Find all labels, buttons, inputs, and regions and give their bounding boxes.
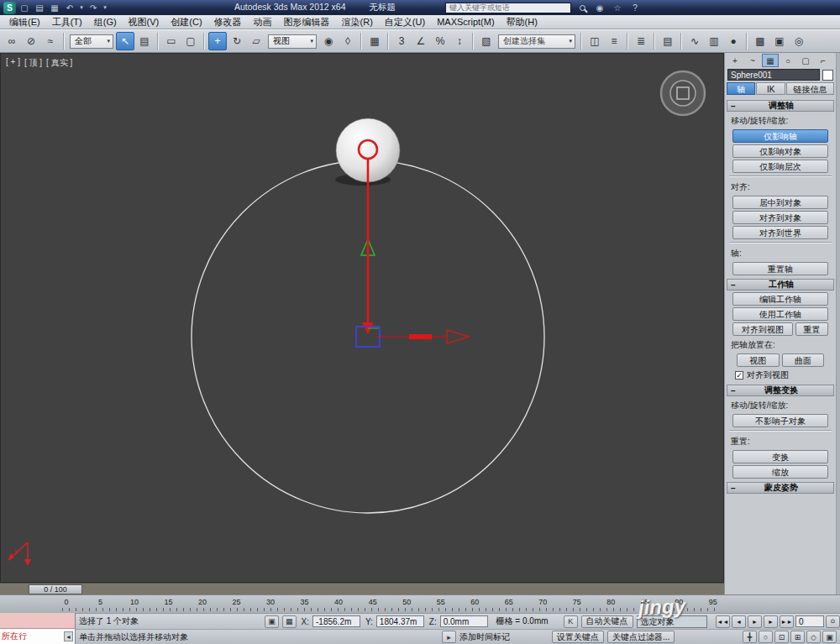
- timeline-tick[interactable]: 80: [605, 598, 617, 606]
- current-frame-field[interactable]: 0: [795, 615, 824, 627]
- time-slider-handle[interactable]: 0 / 100: [29, 584, 82, 594]
- maximize-viewport-icon[interactable]: ▣: [822, 631, 837, 643]
- add-time-tag-group[interactable]: ▸ 添加时间标记: [442, 631, 510, 643]
- menu-graph-editors[interactable]: 图形编辑器: [278, 16, 336, 29]
- timeline-tick[interactable]: 15: [163, 598, 175, 606]
- timeline-tick[interactable]: 40: [333, 598, 344, 606]
- timeline-tick[interactable]: 0: [60, 598, 72, 606]
- menu-create[interactable]: 创建(C): [165, 16, 207, 29]
- timeline-tick[interactable]: 75: [571, 598, 583, 606]
- select-and-rotate-icon[interactable]: ↻: [228, 32, 246, 50]
- menu-help[interactable]: 帮助(H): [501, 16, 543, 29]
- menu-modifiers[interactable]: 修改器: [208, 16, 248, 29]
- curve-editor-icon[interactable]: ∿: [685, 32, 704, 50]
- graphite-ribbon-icon[interactable]: ▤: [659, 32, 677, 50]
- set-keys-icon[interactable]: K: [564, 615, 578, 628]
- render-setup-icon[interactable]: ▩: [751, 32, 769, 50]
- percent-snap-icon[interactable]: %: [431, 32, 449, 50]
- rollout-header-working-pivot[interactable]: − 工作轴: [727, 279, 834, 291]
- zoom-extents-all-icon[interactable]: ⊞: [790, 631, 805, 643]
- menu-animation[interactable]: 动画: [248, 16, 278, 29]
- dont-affect-children-button[interactable]: 不影响子对象: [732, 414, 828, 427]
- favorites-icon[interactable]: ☆: [611, 3, 624, 13]
- timeline-tick[interactable]: 60: [469, 598, 480, 606]
- undo-icon[interactable]: ↶: [63, 3, 76, 13]
- named-selection-sets-dropdown[interactable]: 创建选择集 ▾: [498, 34, 575, 49]
- edit-named-selection-sets-icon[interactable]: ▧: [477, 32, 496, 50]
- previous-frame-icon[interactable]: ◄: [732, 615, 746, 628]
- tab-ik[interactable]: IK: [756, 82, 785, 95]
- reset-scale-button[interactable]: 缩放: [732, 465, 828, 479]
- pan-view-icon[interactable]: ╋: [743, 631, 757, 643]
- material-editor-icon[interactable]: ●: [724, 32, 743, 50]
- y-coordinate-field[interactable]: 1804.37m: [376, 615, 424, 627]
- reference-coordinate-dropdown[interactable]: 视图 ▾: [268, 34, 317, 49]
- reset-transform-button[interactable]: 变换: [732, 450, 828, 463]
- align-to-world-button[interactable]: 对齐到世界: [732, 226, 828, 239]
- redo-dropdown-icon[interactable]: ▾: [102, 4, 108, 11]
- display-panel-icon[interactable]: ▢: [797, 54, 814, 67]
- rollout-header-adjust-transform[interactable]: − 调整变换: [727, 385, 834, 396]
- create-panel-icon[interactable]: +: [727, 54, 743, 67]
- viewport-shading-menu[interactable]: [ 真实 ]: [46, 57, 72, 69]
- spinner-snap-icon[interactable]: ↕: [450, 32, 469, 50]
- object-name-field[interactable]: Sphere001: [727, 69, 820, 81]
- utilities-panel-icon[interactable]: ⌐: [815, 54, 832, 67]
- edit-working-pivot-button[interactable]: 编辑工作轴: [732, 292, 828, 306]
- time-slider-track[interactable]: 0 / 100: [0, 583, 724, 594]
- modify-panel-icon[interactable]: ~: [744, 54, 761, 67]
- track-bar-ruler[interactable]: 0 5 10 15 20 25 30 35 40 45 50 55 60 65 …: [0, 594, 840, 613]
- affect-hierarchy-only-button[interactable]: 仅影响层次: [732, 160, 828, 173]
- search-input[interactable]: [445, 3, 571, 13]
- redo-icon[interactable]: ↷: [87, 3, 100, 13]
- affect-object-only-button[interactable]: 仅影响对象: [732, 144, 828, 158]
- angle-snap-icon[interactable]: ∠: [412, 32, 430, 50]
- key-filters-button[interactable]: 关键点过滤器...: [607, 631, 675, 643]
- selection-lock-icon[interactable]: ▣: [265, 615, 279, 628]
- steering-wheel-widget[interactable]: [661, 71, 705, 115]
- rectangular-selection-region-icon[interactable]: ▭: [162, 32, 181, 50]
- unlink-selection-icon[interactable]: ⊘: [22, 32, 40, 50]
- menu-maxscript[interactable]: MAXScript(M): [431, 17, 500, 27]
- time-configuration-icon[interactable]: ⊙: [826, 615, 840, 628]
- use-pivot-center-icon[interactable]: ◉: [319, 32, 338, 50]
- next-frame-icon[interactable]: ►: [764, 615, 778, 628]
- open-file-icon[interactable]: ▤: [33, 3, 46, 13]
- help-icon[interactable]: ?: [628, 3, 642, 13]
- maxscript-mini-listener[interactable]: 所在行 ◄: [0, 613, 76, 644]
- panel-scrollbar[interactable]: [836, 53, 840, 594]
- place-view-button[interactable]: 视图: [737, 353, 780, 367]
- go-to-end-icon[interactable]: ►►: [780, 615, 794, 628]
- viewport-general-menu[interactable]: [ + ]: [6, 57, 20, 69]
- select-and-manipulate-icon[interactable]: ◊: [339, 32, 357, 50]
- viewport-pov-menu[interactable]: [ 顶 ]: [24, 57, 42, 69]
- hierarchy-panel-icon[interactable]: ▦: [762, 54, 779, 67]
- app-logo-icon[interactable]: S: [3, 2, 16, 14]
- gizmo-x-highlight[interactable]: [409, 334, 432, 339]
- play-icon[interactable]: ►: [748, 615, 762, 628]
- communication-center-icon[interactable]: ◉: [593, 3, 606, 13]
- timeline-tick[interactable]: 55: [435, 598, 447, 606]
- listener-scroll-left-icon[interactable]: ◄: [64, 631, 73, 641]
- timeline-tick[interactable]: 95: [707, 598, 719, 606]
- bind-to-spacewarp-icon[interactable]: ≈: [41, 32, 60, 50]
- selection-filter-dropdown[interactable]: 全部 ▾: [70, 34, 113, 49]
- timeline-tick[interactable]: 25: [231, 598, 243, 606]
- field-of-view-icon[interactable]: ◇: [806, 631, 821, 643]
- timeline-tick[interactable]: 70: [537, 598, 549, 606]
- reset-pivot-button[interactable]: 重置轴: [732, 262, 828, 275]
- tab-link-info[interactable]: 链接信息: [786, 82, 834, 95]
- select-by-name-icon[interactable]: ▤: [135, 32, 154, 50]
- affect-pivot-only-button[interactable]: 仅影响轴: [732, 129, 828, 143]
- new-scene-icon[interactable]: ▢: [18, 3, 31, 13]
- timeline-tick[interactable]: 5: [95, 598, 107, 606]
- gizmo-x-arrowhead[interactable]: [447, 330, 469, 343]
- reset-button[interactable]: 重置: [795, 322, 828, 336]
- z-coordinate-field[interactable]: 0.0mm: [440, 615, 488, 627]
- save-file-icon[interactable]: ▦: [48, 3, 61, 13]
- timeline-tick[interactable]: 90: [673, 598, 685, 606]
- tab-pivot[interactable]: 轴: [727, 82, 755, 95]
- align-to-view-button[interactable]: 对齐到视图: [732, 322, 793, 336]
- window-crossing-icon[interactable]: ▢: [181, 32, 200, 50]
- timeline-tick[interactable]: 45: [367, 598, 379, 606]
